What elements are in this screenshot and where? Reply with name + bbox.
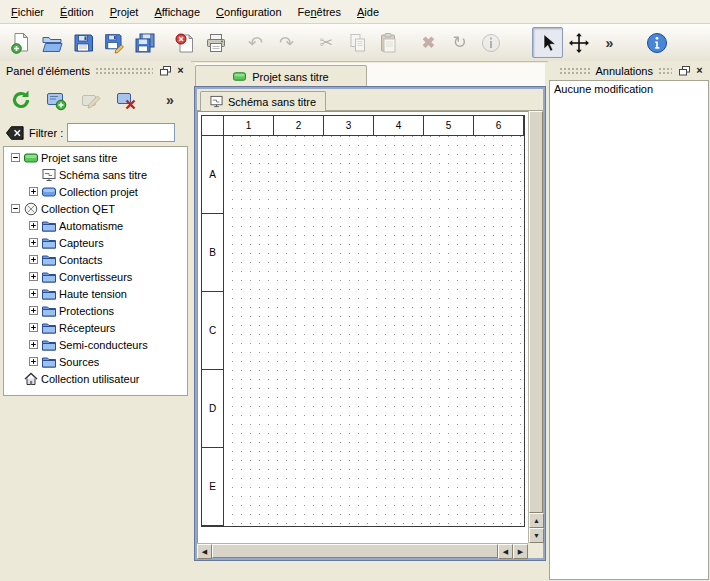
tree-item-capteurs[interactable]: Capteurs bbox=[4, 234, 187, 251]
tree-item-semi-conducteurs[interactable]: Semi-conducteurs bbox=[4, 336, 187, 353]
move-tool-button[interactable] bbox=[563, 27, 594, 58]
folder-icon bbox=[42, 287, 56, 301]
menu-dition[interactable]: Édition bbox=[52, 2, 102, 22]
tree-item-label: Collection QET bbox=[41, 203, 115, 215]
tree-item-projet-sans-titre[interactable]: Projet sans titre bbox=[4, 149, 187, 166]
close-panel-button[interactable]: × bbox=[173, 64, 188, 78]
tree-expander-plus[interactable] bbox=[28, 255, 39, 264]
tree-expander-plus[interactable] bbox=[28, 238, 39, 247]
column-header: 2 bbox=[274, 116, 324, 136]
tree-item-contacts[interactable]: Contacts bbox=[4, 251, 187, 268]
scrollbar-corner bbox=[528, 543, 543, 558]
undo-list[interactable]: Aucune modification bbox=[549, 80, 709, 580]
edit-element-button[interactable] bbox=[75, 84, 107, 116]
menu-configuration[interactable]: Configuration bbox=[208, 2, 289, 22]
scroll-up-button[interactable]: ▲ bbox=[529, 513, 544, 528]
chevron-double-icon: » bbox=[606, 36, 614, 50]
row-header: C bbox=[202, 292, 224, 370]
scroll-left-button-2[interactable]: ◀ bbox=[498, 544, 513, 559]
menu-affichage[interactable]: Affichage bbox=[146, 2, 208, 22]
tree-expander-plus[interactable] bbox=[28, 340, 39, 349]
clear-filter-icon[interactable] bbox=[5, 124, 25, 142]
paste-button[interactable] bbox=[373, 27, 404, 58]
new-file-icon bbox=[10, 32, 32, 54]
dock-grip[interactable] bbox=[95, 67, 153, 74]
menu-fen-tres[interactable]: Fenêtres bbox=[290, 2, 349, 22]
paste-icon bbox=[378, 32, 400, 54]
dock-grip[interactable] bbox=[658, 67, 672, 74]
redo-button[interactable]: ↷ bbox=[271, 27, 302, 58]
float-panel-button[interactable] bbox=[677, 64, 692, 78]
info-gray-icon bbox=[480, 32, 502, 54]
project-tab[interactable]: Projet sans titre bbox=[195, 65, 367, 87]
print-button[interactable] bbox=[200, 27, 231, 58]
cut-icon: ✂ bbox=[320, 35, 333, 51]
tree-expander-plus[interactable] bbox=[28, 221, 39, 230]
tree-item-sch-ma-sans-titre[interactable]: Schéma sans titre bbox=[4, 166, 187, 183]
reload-collections-button[interactable] bbox=[5, 84, 37, 116]
schema-canvas[interactable]: 123456ABCDE bbox=[197, 111, 528, 543]
delete-element-button[interactable] bbox=[110, 84, 142, 116]
vertical-scroll-thumb[interactable] bbox=[529, 111, 543, 513]
tree-item-automatisme[interactable]: Automatisme bbox=[4, 217, 187, 234]
menu-fichier[interactable]: Fichier bbox=[3, 2, 52, 22]
horizontal-scrollbar[interactable]: ◀ ◀ ▶ bbox=[197, 543, 528, 558]
tree-expander-plus[interactable] bbox=[28, 272, 39, 281]
schema-grid[interactable] bbox=[224, 136, 524, 526]
column-header: 3 bbox=[324, 116, 374, 136]
close-panel-button[interactable]: × bbox=[692, 64, 707, 78]
select-tool-button[interactable] bbox=[532, 27, 563, 58]
save-file-button[interactable] bbox=[67, 27, 98, 58]
tree-item-collection-utilisateur[interactable]: Collection utilisateur bbox=[4, 370, 187, 387]
tree-item-convertisseurs[interactable]: Convertisseurs bbox=[4, 268, 187, 285]
conductor-info-button[interactable] bbox=[475, 27, 506, 58]
dock-filler bbox=[0, 397, 191, 581]
filter-label: Filtrer : bbox=[29, 127, 63, 139]
tree-item-protections[interactable]: Protections bbox=[4, 302, 187, 319]
schema-tabbar: Schéma sans titre bbox=[197, 89, 543, 111]
about-qet-button[interactable] bbox=[641, 27, 672, 58]
rotate-selection-button[interactable]: ↻ bbox=[444, 27, 475, 58]
new-file-button[interactable] bbox=[5, 27, 36, 58]
scroll-down-button[interactable]: ▼ bbox=[529, 528, 544, 543]
tree-expander-minus[interactable] bbox=[10, 204, 21, 213]
tree-expander-minus[interactable] bbox=[10, 153, 21, 162]
filter-input[interactable] bbox=[67, 123, 175, 142]
scroll-left-button[interactable]: ◀ bbox=[197, 544, 212, 559]
tree-item-haute-tension[interactable]: Haute tension bbox=[4, 285, 187, 302]
float-panel-button[interactable] bbox=[158, 64, 173, 78]
save-all-button[interactable] bbox=[129, 27, 160, 58]
tree-item-r-cepteurs[interactable]: Récepteurs bbox=[4, 319, 187, 336]
close-file-icon bbox=[174, 32, 196, 54]
elements-panel-toolbar: » bbox=[0, 80, 191, 120]
tree-item-collection-qet[interactable]: Collection QET bbox=[4, 200, 187, 217]
vertical-scrollbar[interactable]: ▲ ▼ bbox=[528, 111, 543, 543]
tree-expander-plus[interactable] bbox=[28, 323, 39, 332]
tree-expander-plus[interactable] bbox=[28, 306, 39, 315]
open-file-icon bbox=[41, 32, 63, 54]
copy-button[interactable] bbox=[342, 27, 373, 58]
open-file-button[interactable] bbox=[36, 27, 67, 58]
tree-item-label: Projet sans titre bbox=[41, 152, 117, 164]
new-element-button[interactable] bbox=[40, 84, 72, 116]
tree-item-collection-projet[interactable]: Collection projet bbox=[4, 183, 187, 200]
horizontal-scroll-thumb[interactable] bbox=[212, 544, 498, 558]
cut-button[interactable]: ✂ bbox=[311, 27, 342, 58]
scroll-right-button[interactable]: ▶ bbox=[513, 544, 528, 559]
undo-button[interactable]: ↶ bbox=[240, 27, 271, 58]
schema-tab[interactable]: Schéma sans titre bbox=[200, 91, 326, 111]
dock-grip[interactable] bbox=[559, 67, 591, 74]
panel-overflow-button[interactable]: » bbox=[154, 84, 186, 116]
delete-selection-button[interactable]: ✖ bbox=[413, 27, 444, 58]
tree-expander-plus[interactable] bbox=[28, 289, 39, 298]
close-file-button[interactable] bbox=[169, 27, 200, 58]
row-header: A bbox=[202, 136, 224, 214]
toolbar-overflow-button[interactable]: » bbox=[594, 27, 625, 58]
tree-expander-plus[interactable] bbox=[28, 187, 39, 196]
tree-item-sources[interactable]: Sources bbox=[4, 353, 187, 370]
menu-aide[interactable]: Aide bbox=[349, 2, 387, 22]
save-file-as-button[interactable] bbox=[98, 27, 129, 58]
elements-panel: Panel d'éléments × » Filtrer : Projet sa… bbox=[0, 61, 191, 581]
menu-projet[interactable]: Projet bbox=[102, 2, 147, 22]
tree-expander-plus[interactable] bbox=[28, 357, 39, 366]
